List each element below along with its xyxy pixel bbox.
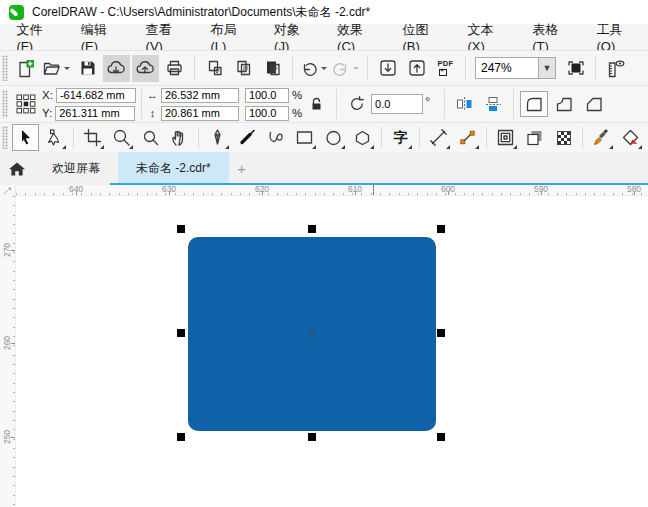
toolbox: 字 [0,122,648,152]
horizontal-ruler[interactable]: 640 630 620 610 600 590 580 [0,185,648,196]
redo-icon [332,60,350,77]
mirror-horizontal-button[interactable] [451,91,478,118]
undo-button[interactable] [299,55,329,82]
menu-text[interactable]: 文本(X) [453,24,518,50]
drawing-canvas[interactable] [16,196,648,507]
tab-welcome-screen[interactable]: 欢迎屏幕 [34,152,118,185]
mirror-vertical-button[interactable] [480,91,507,118]
transparency-tool[interactable] [550,124,577,151]
menu-effects[interactable]: 效果(C) [323,24,388,50]
selection-handle-bottom-right[interactable] [437,433,445,441]
mirror-vertical-icon [485,96,502,112]
zoom-tool-icon [112,128,131,147]
menu-edit[interactable]: 编辑(E) [66,24,131,50]
degree-symbol: ° [425,94,430,109]
toolbar-grip[interactable] [2,90,8,118]
tab-document[interactable]: 未命名 -2.cdr* [118,152,229,185]
save-to-cloud-button[interactable] [132,55,159,82]
b-spline-tool[interactable] [262,124,289,151]
new-document-button[interactable] [12,55,39,82]
rectangle-tool[interactable] [291,124,318,151]
lock-ratio-button[interactable] [303,91,330,118]
chamfered-corner-button[interactable] [580,91,608,117]
zoom-out-tool[interactable] [137,124,164,151]
export-button[interactable] [403,55,430,82]
polygon-tool[interactable] [349,124,376,151]
drop-shadow-icon [525,128,544,147]
contour-tool[interactable] [492,124,519,151]
vertical-ruler[interactable]: 270 260 250 [0,196,16,507]
scalloped-corner-button[interactable] [550,91,578,117]
save-button[interactable] [74,55,101,82]
menu-layout[interactable]: 布局(L) [196,24,260,50]
separator [141,89,142,119]
zoom-level-dropdown-button[interactable]: ▼ [538,58,555,78]
selection-handle-top-center[interactable] [308,225,316,233]
scale-x-input[interactable] [245,88,289,103]
selection-handle-middle-left[interactable] [177,329,185,337]
menu-object[interactable]: 对象(J) [260,24,323,50]
print-button[interactable] [161,55,188,82]
ruler-origin-button[interactable] [0,185,16,196]
print-icon [165,59,184,77]
zoom-level-input[interactable] [476,58,538,78]
separator [194,56,195,80]
rotate-icon [348,95,366,113]
paste-button[interactable] [259,55,286,82]
toolbar-grip[interactable] [2,55,8,82]
cut-button[interactable] [201,55,228,82]
object-center-marker[interactable] [308,329,317,338]
document-tab-bar: 欢迎屏幕 未命名 -2.cdr* + [0,152,648,185]
toolbar-grip[interactable] [2,126,8,149]
dimension-tool[interactable] [425,124,452,151]
undo-dropdown-caret[interactable] [321,67,327,73]
selection-handle-middle-right[interactable] [437,329,445,337]
artistic-media-tool[interactable] [233,124,260,151]
open-document-button[interactable] [41,55,72,82]
import-button[interactable] [374,55,401,82]
text-tool[interactable]: 字 [387,124,414,151]
show-rulers-button[interactable] [602,55,629,82]
full-screen-preview-button[interactable] [562,55,589,82]
shape-tool-icon [45,128,64,147]
y-position-input[interactable] [55,106,135,121]
selection-handle-bottom-left[interactable] [177,433,185,441]
pdf-icon: PDF [438,60,454,76]
open-from-cloud-button[interactable] [103,55,130,82]
object-position-button[interactable] [12,91,39,118]
drop-shadow-tool[interactable] [521,124,548,151]
menu-bitmaps[interactable]: 位图(B) [388,24,453,50]
new-document-tab-button[interactable]: + [229,152,255,185]
pan-tool[interactable] [166,124,193,151]
menu-table[interactable]: 表格(T) [518,24,582,50]
ellipse-tool[interactable] [320,124,347,151]
selection-handle-bottom-center[interactable] [308,433,316,441]
redo-button[interactable] [331,55,361,82]
home-button[interactable] [0,152,34,185]
color-eyedropper-tool[interactable] [588,124,615,151]
fill-diamond-icon [621,128,640,147]
menu-tools[interactable]: 工具(O) [582,24,648,50]
copy-button[interactable] [230,55,257,82]
redo-dropdown-caret[interactable] [353,67,359,73]
scale-y-input[interactable] [245,106,289,121]
open-dropdown-caret[interactable] [64,67,70,73]
object-height-input[interactable] [161,106,239,121]
menu-view[interactable]: 查看(V) [131,24,196,50]
smart-fill-tool[interactable] [617,124,644,151]
menu-file[interactable]: 文件(F) [2,24,66,50]
selection-handle-top-left[interactable] [177,225,185,233]
crop-tool-icon [83,128,102,147]
publish-to-pdf-button[interactable]: PDF [432,55,459,82]
round-corner-button[interactable] [520,91,548,117]
x-position-input[interactable] [56,88,136,103]
zoom-tool[interactable] [108,124,135,151]
pick-tool[interactable] [12,124,39,151]
rotation-angle-input[interactable] [371,94,423,114]
selection-handle-top-right[interactable] [437,225,445,233]
object-width-input[interactable] [161,88,239,103]
pen-tool[interactable] [204,124,231,151]
crop-tool[interactable] [79,124,106,151]
connector-tool[interactable] [454,124,481,151]
shape-tool[interactable] [41,124,68,151]
